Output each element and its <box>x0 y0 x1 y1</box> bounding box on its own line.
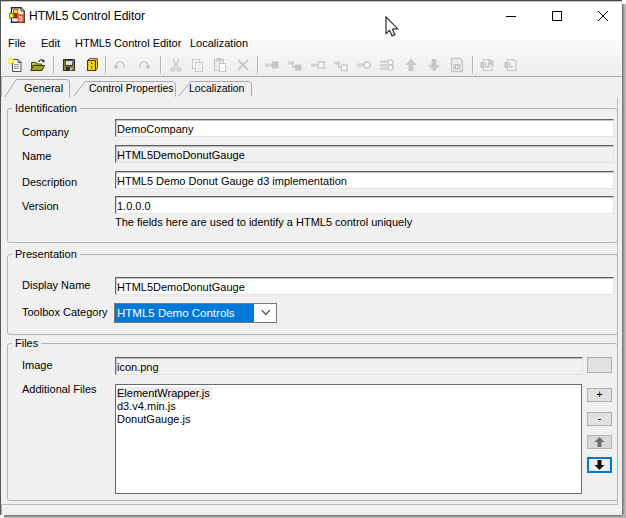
svg-text:5: 5 <box>19 15 23 22</box>
